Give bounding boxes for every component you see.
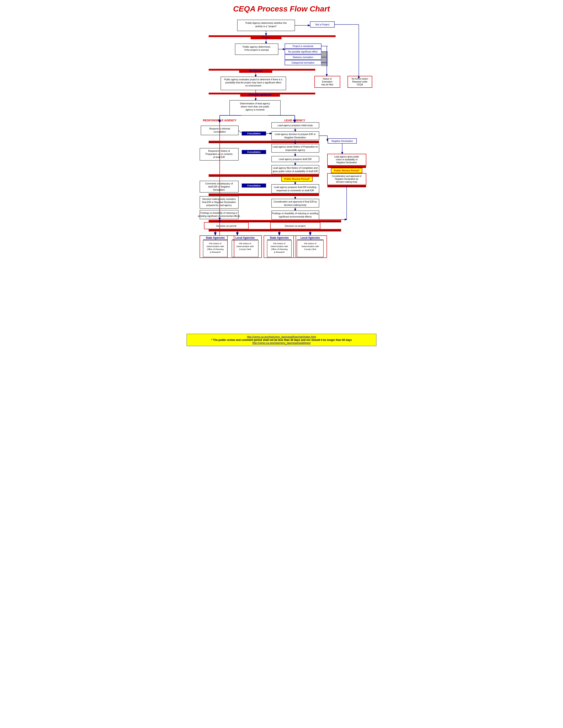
svg-text:if the project is exempt: if the project is exempt: [244, 49, 269, 51]
svg-text:Not a Project: Not a Project: [315, 23, 330, 26]
svg-text:Public agency evaluates projec: Public agency evaluates project to deter…: [224, 78, 282, 81]
svg-rect-152: [209, 220, 341, 221]
svg-rect-121: [209, 193, 319, 195]
svg-text:Negative Declaration by: Negative Declaration by: [335, 178, 358, 180]
svg-text:Respond to Notice of: Respond to Notice of: [208, 150, 230, 152]
svg-text:File Notice of: File Notice of: [304, 242, 317, 245]
svg-text:File Notice of: File Notice of: [209, 242, 221, 245]
svg-rect-113: [328, 165, 366, 167]
svg-rect-114: [328, 167, 366, 168]
svg-text:Consideration and approval of : Consideration and approval of final EIR …: [273, 200, 317, 203]
svg-text:Exemption: Exemption: [322, 81, 332, 83]
svg-text:Local Agencies: Local Agencies: [301, 236, 320, 239]
svg-rect-12: [280, 35, 336, 37]
svg-text:of draft EIR: of draft EIR: [213, 156, 225, 158]
svg-text:County Clerk: County Clerk: [239, 248, 251, 250]
svg-text:Categorical exemption: Categorical exemption: [292, 61, 315, 64]
svg-text:Required under: Required under: [352, 81, 368, 83]
svg-text:Lead agency prepares initial s: Lead agency prepares initial study: [277, 124, 313, 127]
svg-text:Determination with: Determination with: [207, 245, 224, 248]
svg-text:No possible significant effect: No possible significant effect: [289, 50, 318, 53]
svg-text:File Notice of: File Notice of: [239, 242, 251, 245]
svg-text:Findings on feasibility of red: Findings on feasibility of reducing or: [200, 212, 237, 214]
svg-rect-44: [209, 69, 240, 71]
svg-rect-53: [209, 93, 241, 94]
svg-text:State Agencies: State Agencies: [270, 236, 289, 239]
svg-text:Consultation: Consultation: [247, 151, 260, 153]
svg-text:Public Agency determines wheth: Public Agency determines whether the: [245, 22, 287, 24]
svg-text:Negative Declaration: Negative Declaration: [285, 136, 306, 139]
svg-text:Local Agencies: Local Agencies: [235, 236, 255, 239]
svg-text:notice of availability of: notice of availability of: [336, 158, 358, 161]
svg-text:Comments on adequacy of: Comments on adequacy of: [205, 182, 233, 185]
svg-text:Lead agency prepares draft EIR: Lead agency prepares draft EIR: [279, 158, 312, 160]
svg-text:significant environmental effe: significant environmental effects: [278, 215, 312, 218]
footer-url2[interactable]: http://ceres.ca.gov/topic/env_law/ceqa/g…: [252, 341, 311, 345]
svg-text:Negative Declaration: Negative Declaration: [332, 140, 353, 142]
svg-text:Declaration: Declaration: [213, 188, 225, 191]
svg-text:Project: Project: [262, 36, 270, 39]
svg-text:Negative Declaration: Negative Declaration: [337, 161, 357, 164]
flowchart: Public Agency determines whether the act…: [186, 18, 377, 332]
svg-rect-54: [279, 93, 315, 94]
footer-url1[interactable]: http://ceres.ca.gov/topic/env_law/ceqa/f…: [247, 335, 316, 338]
footer-note: * The public review and comment period s…: [189, 338, 374, 341]
svg-text:on environment: on environment: [245, 84, 261, 87]
svg-text:agency is involved: agency is involved: [245, 108, 264, 111]
svg-text:Lead agency prepares final EIR: Lead agency prepares final EIR including: [274, 186, 317, 188]
svg-text:Lead agency sends Notice of Pr: Lead agency sends Notice of Preparation …: [273, 145, 318, 148]
svg-rect-11: [209, 35, 252, 37]
svg-text:Decision on project: Decision on project: [285, 225, 306, 227]
svg-text:gives public notice of availab: gives public notice of availability of d…: [273, 170, 318, 173]
svg-text:Public Review Period*: Public Review Period*: [284, 178, 310, 180]
svg-text:Determination with: Determination with: [271, 245, 288, 248]
svg-text:Possible significant: Possible significant: [248, 93, 272, 96]
svg-rect-82: [209, 142, 319, 143]
svg-text:decision-making body: decision-making body: [336, 181, 358, 183]
svg-text:& Research: & Research: [274, 251, 285, 253]
svg-line-78: [238, 130, 242, 133]
svg-text:Decision-making body considers: Decision-making body considers: [202, 198, 235, 200]
svg-text:County Clerk: County Clerk: [304, 248, 317, 250]
svg-text:Office of Planning: Office of Planning: [271, 248, 288, 250]
svg-text:Consultation: Consultation: [247, 184, 260, 187]
page-title: CEQA Process Flow Chart: [186, 4, 377, 13]
svg-text:Lead agency files Notice of Co: Lead agency files Notice of Completion a…: [273, 167, 318, 169]
svg-rect-81: [209, 141, 319, 142]
svg-rect-159: [209, 231, 341, 231]
svg-text:Determination with: Determination with: [236, 245, 254, 248]
svg-text:State Agencies: State Agencies: [206, 236, 225, 239]
svg-text:Project is ministerial: Project is ministerial: [293, 45, 313, 47]
svg-text:No further action: No further action: [352, 78, 368, 80]
svg-text:Lead agency decision to prepar: Lead agency decision to prepare EIR or: [274, 133, 316, 135]
svg-text:Determination with: Determination with: [302, 245, 319, 248]
svg-text:where more than one public: where more than one public: [240, 105, 269, 108]
svg-text:draft EIR or Negative: draft EIR or Negative: [208, 185, 230, 188]
svg-text:prepared by lead agency: prepared by lead agency: [206, 204, 232, 206]
svg-text:Notice of: Notice of: [323, 78, 332, 80]
svg-text:Decision on permit: Decision on permit: [216, 225, 236, 227]
svg-text:& Research: & Research: [210, 251, 221, 253]
svg-text:Findings on feasibility of red: Findings on feasibility of reducing or a…: [272, 212, 319, 215]
svg-text:final EIR or Negative Declarat: final EIR or Negative Declaration: [202, 201, 236, 203]
svg-text:CEQA: CEQA: [357, 83, 363, 86]
svg-text:Determination of lead agency: Determination of lead agency: [240, 102, 270, 105]
svg-text:responses to comments on draft: responses to comments on draft EIR: [276, 189, 314, 192]
svg-text:decision-making body: decision-making body: [284, 204, 307, 206]
svg-text:Office of Planning: Office of Planning: [207, 248, 224, 250]
svg-text:avoiding significant environme: avoiding significant environmental effec…: [198, 215, 240, 217]
svg-text:Not Exempt: Not Exempt: [249, 69, 262, 72]
svg-text:Statutory exemption: Statutory exemption: [293, 56, 313, 58]
svg-text:Consultation: Consultation: [247, 132, 260, 135]
svg-rect-122: [209, 195, 319, 196]
svg-text:File Notice of: File Notice of: [273, 242, 286, 245]
svg-text:Public Review Period*: Public Review Period*: [334, 169, 360, 172]
svg-text:Public agency determines: Public agency determines: [242, 45, 270, 48]
svg-text:Consideration and approval of: Consideration and approval of: [332, 175, 362, 177]
footer: http://ceres.ca.gov/topic/env_law/ceqa/f…: [186, 334, 377, 346]
svg-rect-45: [271, 69, 315, 71]
svg-text:responsible agency: responsible agency: [285, 149, 305, 151]
svg-text:Lead agency gives public: Lead agency gives public: [334, 156, 359, 158]
svg-text:Preparation as to contents: Preparation as to contents: [205, 153, 233, 155]
svg-rect-104: [209, 174, 319, 176]
